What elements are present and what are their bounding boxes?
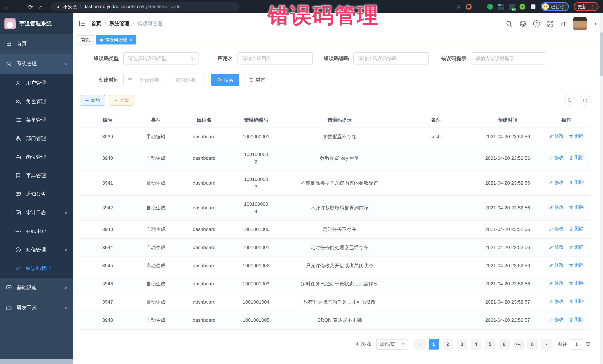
extension-key-icon[interactable] [520, 4, 525, 10]
reset-button[interactable]: 重置 [243, 74, 271, 86]
page-button-6[interactable]: 6 [499, 339, 509, 350]
browser-reload-icon[interactable]: ⟳ [28, 4, 33, 10]
sidebar-item-dev-tools[interactable]: 研发工具∨ [0, 298, 73, 318]
browser-home-icon[interactable]: ⌂ [39, 4, 43, 10]
browser-back-icon[interactable]: ← [4, 4, 10, 10]
address-bar[interactable]: ▲ 不安全 dashboard.yudao.iocoder.cn/system/… [51, 2, 239, 11]
delete-link[interactable]: 删除 [569, 133, 584, 140]
delete-link[interactable]: 删除 [569, 298, 584, 305]
goto-page-input[interactable]: 1 [570, 339, 583, 350]
edit-link[interactable]: 修改 [549, 243, 564, 251]
delete-link[interactable]: 删除 [569, 316, 584, 323]
header-search-icon[interactable] [506, 20, 512, 27]
add-button[interactable]: 新增 [80, 95, 105, 106]
error-msg-input[interactable]: 请输入错误码提示 [471, 52, 546, 65]
delete-link[interactable]: 删除 [569, 204, 584, 211]
url-domain: dashboard.yudao.iocoder.cn [83, 4, 142, 9]
sidebar-item-menu-management[interactable]: 菜单管理 [0, 111, 73, 129]
annotation-overlay: 错误码管理 [268, 1, 379, 30]
sidebar-item-post-management[interactable]: 岗位管理 [0, 148, 73, 166]
help-icon[interactable]: ? [533, 20, 540, 27]
pager-ellipsis[interactable]: ••• [513, 339, 523, 350]
delete-link[interactable]: 删除 [569, 225, 584, 232]
date-range-input[interactable]: 开始日期 - 结束日期 [123, 74, 204, 86]
sidebar-collapse-bar[interactable] [0, 359, 73, 364]
tab-close-icon[interactable]: × [130, 37, 132, 43]
sidebar-item-user-management[interactable]: 用户管理 [0, 74, 73, 92]
edit-link[interactable]: 修改 [549, 204, 564, 211]
fullscreen-icon[interactable] [547, 20, 554, 27]
sidebar-item-error-code-management[interactable]: 错误码管理 [0, 259, 73, 278]
user-avatar[interactable] [573, 17, 587, 30]
column-header: 错误码编码 [232, 112, 280, 128]
sidebar-item-notice-announcement[interactable]: 通知公告 [0, 185, 73, 203]
tab-active[interactable]: 错误码管理× [96, 35, 136, 44]
refresh-table-icon-button[interactable] [580, 95, 590, 106]
edit-link[interactable]: 修改 [549, 133, 564, 140]
breadcrumb-item[interactable]: 系统管理 [109, 20, 129, 27]
chevron-down-icon[interactable]: ▼ [594, 22, 597, 26]
cell-type: 自动生成 [135, 239, 176, 257]
app-name-input[interactable]: 请输入应用名 [237, 52, 313, 65]
browser-forward-icon[interactable]: → [16, 4, 22, 10]
hamburger-icon[interactable] [79, 20, 85, 27]
edit-link[interactable]: 修改 [549, 179, 564, 186]
breadcrumb-item[interactable]: 首页 [91, 20, 101, 27]
bookmark-star-icon[interactable]: ☆ [456, 4, 461, 10]
extension-check-icon[interactable]: ✓ [487, 4, 493, 10]
edit-link[interactable]: 修改 [549, 316, 564, 323]
app-logo[interactable]: 芋道管理系统 [0, 13, 73, 34]
export-button[interactable]: 导出 [109, 95, 134, 106]
toggle-search-icon-button[interactable] [564, 95, 575, 106]
sidebar-item-dept-management[interactable]: 部门管理 [0, 129, 73, 148]
page-button-5[interactable]: 5 [485, 339, 495, 350]
sidebar-item-system-management[interactable]: 系统管理∧ [0, 54, 73, 74]
page-button-3[interactable]: 3 [457, 339, 467, 350]
page-button-2[interactable]: 2 [442, 339, 453, 350]
error-type-select[interactable]: 请选择错误码类型 ▽ [123, 52, 198, 65]
not-secure-label: 不安全 [63, 3, 77, 10]
delete-link[interactable]: 删除 [569, 262, 584, 269]
page-button-4[interactable]: 4 [471, 339, 481, 350]
page-button-8[interactable]: 8 [527, 339, 537, 350]
sidebar-item-audit-log[interactable]: 审计日志∨ [0, 203, 73, 222]
sidebar-item-infrastructure[interactable]: 基础设施∨ [0, 278, 73, 298]
extension-apps-icon[interactable] [498, 4, 504, 10]
edit-link[interactable]: 修改 [549, 154, 564, 161]
scrollbar-thumb[interactable] [600, 32, 603, 76]
prev-page-button[interactable]: ‹ [414, 339, 425, 350]
edit-link[interactable]: 修改 [549, 262, 564, 269]
edit-pencil-icon [549, 156, 553, 160]
edit-link[interactable]: 修改 [549, 280, 564, 287]
cell-actions: 修改删除 [542, 171, 590, 196]
sidebar-item-online-users[interactable]: 在线用户 [0, 222, 73, 241]
page-scrollbar[interactable] [600, 13, 603, 364]
browser-profile-badge[interactable]: 已暂停 [541, 2, 569, 11]
extension-shield-icon[interactable] [466, 4, 472, 10]
extensions-puzzle-icon[interactable] [531, 4, 535, 9]
page-size-select[interactable]: 10条/页 ▽ [376, 339, 408, 350]
delete-link[interactable]: 删除 [569, 280, 584, 287]
edit-link[interactable]: 修改 [549, 225, 564, 232]
edit-link[interactable]: 修改 [549, 298, 564, 305]
browser-menu-icon[interactable]: ⋮ [590, 4, 594, 9]
page-button-1[interactable]: 1 [429, 339, 439, 350]
chevron-up-icon: ∧ [64, 62, 67, 66]
delete-link[interactable]: 删除 [569, 243, 584, 251]
sidebar-item-sms-management[interactable]: 短信管理∨ [0, 241, 73, 259]
font-size-icon[interactable]: TT [561, 20, 567, 27]
user-icon [15, 80, 21, 86]
extension-switch-icon[interactable]: on [509, 4, 515, 10]
sidebar-item-role-management[interactable]: 角色管理 [0, 92, 73, 111]
next-page-button[interactable]: › [541, 339, 552, 350]
delete-link[interactable]: 删除 [569, 179, 584, 186]
error-code-input[interactable]: 请输入错误码编码 [353, 52, 429, 65]
tab-item[interactable]: 首页 [78, 35, 94, 44]
extension-gem-icon[interactable] [476, 4, 482, 10]
search-button[interactable]: 搜索 [211, 74, 239, 86]
github-icon[interactable] [520, 20, 526, 27]
delete-link[interactable]: 删除 [569, 154, 584, 161]
browser-update-button[interactable]: 更新 ⋮ [574, 2, 599, 11]
sidebar-item-home[interactable]: 首页 [0, 34, 73, 54]
sidebar-item-dict-management[interactable]: 字典管理 [0, 166, 73, 185]
